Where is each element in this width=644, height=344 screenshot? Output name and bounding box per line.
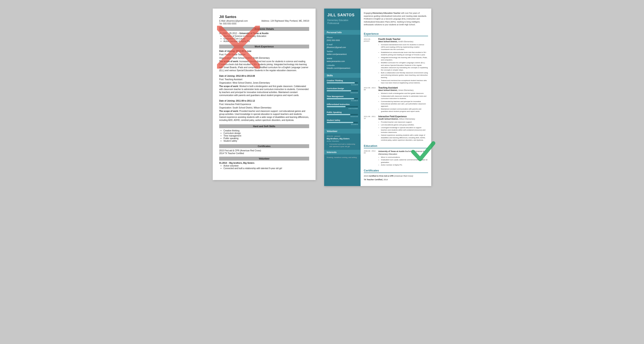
- certificates-title: Certificates: [364, 169, 428, 173]
- skill-bar-bg: [327, 82, 358, 83]
- skill-item: Time management: [224, 135, 309, 137]
- right-body-right: Experience 2013-08 - present Fourth Grad…: [360, 30, 431, 186]
- right-header-right: Engaging Elementary Education Teacher wi…: [360, 9, 431, 30]
- exp-detail-3: Interactive Field Experience South Schoo…: [378, 115, 428, 142]
- phone-item: Phone (555) 555-5555: [327, 37, 358, 42]
- academic-item: Graduated Cum Laude: [224, 38, 309, 40]
- exp-entry-1: 2013-08 - present Fourth Grade Teacher W…: [364, 38, 428, 85]
- exp-detail-1: Fourth Grade Teacher West School Distric…: [378, 38, 428, 85]
- experience-section: Experience 2013-08 - present Fourth Grad…: [364, 32, 428, 142]
- edu-entry-1: 2008-08 - 2012-05 University of Texas at…: [364, 150, 428, 166]
- academic-item: Bachelor of Science in Elementary Educat…: [224, 35, 309, 37]
- left-header: Jill Santos E-Mail: jillsantos1@gmail.co…: [219, 15, 309, 25]
- work-entry-1: Date of Joining: 2013-08 to now Post: Fo…: [219, 50, 309, 72]
- skill-time: Time Management Excellent: [327, 95, 358, 102]
- interests-section: Interests Drawing, marathon running, and…: [324, 150, 360, 161]
- right-header: JILL SANTOS Elementary Education Profess…: [324, 9, 431, 30]
- edu-bullets: Minor in communications. Graduated Cum L…: [381, 156, 428, 166]
- cert-item: 2014 TX Teacher Certified: [219, 152, 309, 155]
- exp-entry-2: 2012-08 - 2013-08 Teaching Assistant Wes…: [364, 87, 428, 113]
- skill-bar-fill: [327, 90, 351, 91]
- skill-bar-bg: [327, 98, 358, 99]
- skill-item: Creative thinking: [224, 129, 309, 132]
- left-tel: Tel: 555-555-5555: [219, 23, 309, 25]
- twitter-item: Twitter twitter.com/janesantos1: [327, 50, 358, 56]
- www-item: WWW www.janesantos.com: [327, 58, 358, 63]
- left-contact: E-Mail: jillsantos1@gmail.com Address: 1…: [219, 20, 309, 22]
- academic-date-univ: 08.2008 – 05.2012 – University of Texas …: [219, 32, 309, 35]
- cert-section-header: Certificates: [219, 144, 309, 148]
- vol-item: Active volunteer: [224, 165, 309, 167]
- skill-curriculum: Curriculum Design Advanced: [327, 88, 358, 94]
- left-address: Address: 134 Rightward Way Portland, ME,…: [261, 20, 309, 22]
- left-email: E-Mail: jillsantos1@gmail.com: [219, 20, 248, 22]
- exp-bullets-1: Increased standardized test score for st…: [381, 44, 428, 84]
- volunteer-left-section: Volunteer 2014-01 - present Big Brothers…: [324, 129, 360, 150]
- work-entry-2: Date of Joining: 2012-08 to 2013-08 Post…: [219, 75, 309, 97]
- education-section: Education 2008-08 - 2012-05 University o…: [364, 144, 428, 166]
- skill-bar-fill: [327, 98, 354, 99]
- work-entry-3: Date of Joining: 2011-08 to 2011-12 Post…: [219, 100, 309, 122]
- skill-public: Public Speaking Advanced: [327, 111, 358, 117]
- left-name: Jill Santos: [219, 15, 309, 19]
- skills-title: Skills: [324, 73, 360, 78]
- skill-diff: Differentiated Instruction Intermediate: [327, 103, 358, 110]
- skills-list: Creative thinking Curriculum design Time…: [224, 129, 309, 142]
- cert-section: 2015 First aid & CPR (American Red Cross…: [219, 149, 309, 155]
- certificates-section: Certificates 2015 Certified in First Aid…: [364, 169, 428, 181]
- academic-item: Active member of Alpha Phi: [224, 40, 309, 43]
- volunteer-left-title: Volunteer: [324, 129, 360, 134]
- personal-info-title: Personal Info: [324, 30, 360, 35]
- right-body-left: Personal Info Phone (555) 555-5555 E-mai…: [324, 30, 360, 186]
- exp-detail-2: Teaching Assistant West School District,…: [378, 87, 428, 113]
- skill-bar-fill: [327, 114, 350, 115]
- skill-bar-bg: [327, 90, 358, 91]
- right-resume: JILL SANTOS Elementary Education Profess…: [324, 9, 431, 186]
- personal-info-section: Personal Info Phone (555) 555-5555 E-mai…: [324, 30, 360, 73]
- right-header-left: JILL SANTOS Elementary Education Profess…: [324, 9, 360, 30]
- volunteer-left-content: 2014-01 - present Big Brothers, Big Sist…: [324, 134, 360, 150]
- interests-content: Drawing, marathon running, and writing.: [324, 155, 360, 161]
- academic-section-header: Academic Details: [219, 27, 309, 31]
- skill-item: Curriculum design: [224, 132, 309, 134]
- right-subtitle: Elementary Education Professional: [327, 19, 357, 25]
- exp-bullets-3: Provided teacher and classroom support. …: [381, 121, 428, 141]
- skills-section: Skills Creative Thinking Excellent Curri…: [324, 73, 360, 129]
- skills-content: Creative Thinking Excellent Curriculum D…: [324, 78, 360, 129]
- work-section-header: Work Experience: [219, 45, 309, 49]
- email-item: E-mail jillsantos1@gmail.com: [327, 44, 358, 49]
- volunteer-section: 01.2014 – Big brothers, Big Sisters Acti…: [219, 162, 309, 170]
- cert-item-1: 2015 Certified in First Aid & CPR (Ameri…: [364, 175, 428, 178]
- right-summary: Engaging Elementary Education Teacher wi…: [364, 12, 428, 26]
- vol-bullets: Connected and built a relationship with …: [329, 143, 358, 148]
- linkedin-item: LinkedIn linkedin.com/in/janesantos1: [327, 64, 358, 70]
- vol-list: Active volunteer Connected and built a r…: [224, 165, 309, 170]
- edu-detail-1: University of Texas at Austin Bachelor o…: [378, 150, 428, 166]
- exp-bullets-2: Worked in both a kindergarten and first …: [381, 92, 428, 113]
- skill-bar-fill: [327, 82, 355, 83]
- skill-bar-bg: [327, 106, 358, 107]
- skills-section-header: Hard and Soft Skills: [219, 124, 309, 128]
- skill-item: Public speaking: [224, 137, 309, 140]
- left-resume: Jill Santos E-Mail: jillsantos1@gmail.co…: [213, 9, 316, 180]
- interests-title: Interests: [324, 150, 360, 155]
- academic-section: 08.2008 – 05.2012 – University of Texas …: [219, 32, 309, 43]
- skill-bar-fill: [327, 122, 353, 123]
- academic-list: Bachelor of Science in Elementary Educat…: [224, 35, 309, 43]
- right-name: JILL SANTOS: [327, 13, 357, 18]
- experience-title: Experience: [364, 32, 428, 36]
- skill-safety: Student Safety Excellent: [327, 119, 358, 125]
- vol-item: Connected and built a relationship with …: [224, 167, 309, 170]
- skill-creative: Creative Thinking Excellent: [327, 80, 358, 86]
- skill-bar-bg: [327, 122, 358, 123]
- right-body: Personal Info Phone (555) 555-5555 E-mai…: [324, 30, 431, 186]
- cert-item-2: TX Teacher Certified, 2014: [364, 178, 428, 181]
- skill-bar-fill: [327, 106, 346, 107]
- personal-info-content: Phone (555) 555-5555 E-mail jillsantos1@…: [324, 35, 360, 73]
- exp-entry-3: 2011-08 - 2011-12 Interactive Field Expe…: [364, 115, 428, 142]
- skill-item: Student safety: [224, 140, 309, 142]
- vol-section-header: Volunteer: [219, 157, 309, 161]
- cert-item: 2015 First aid & CPR (American Red Cross…: [219, 149, 309, 152]
- skill-bar-bg: [327, 114, 358, 115]
- education-title: Education: [364, 144, 428, 148]
